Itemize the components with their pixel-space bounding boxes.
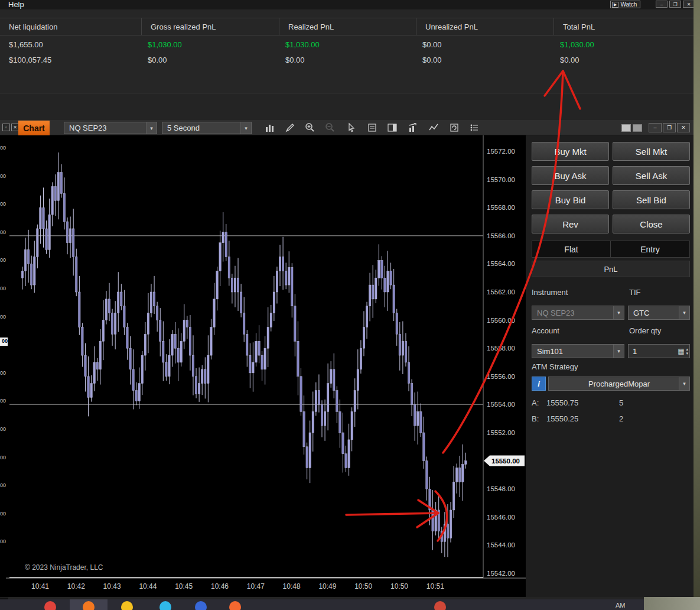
behind-window-icon[interactable]: ▫: [2, 124, 10, 131]
layout-toggle-icon[interactable]: [621, 124, 631, 132]
atm-strategy-value: ProchargedMopar: [588, 379, 650, 388]
interval-combo[interactable]: 5 Second ▾: [162, 122, 252, 134]
behind-chart-price-label: 00: [0, 482, 6, 488]
svg-text:15546.00: 15546.00: [487, 514, 515, 521]
behind-chart-price-label: 00: [0, 257, 6, 263]
behind-chart-price-label: 00: [0, 538, 6, 544]
atm-info-icon[interactable]: i: [532, 377, 546, 391]
column-header-gross-realized-pnl[interactable]: Gross realized PnL: [142, 18, 279, 35]
chevron-down-icon: ▾: [679, 377, 689, 390]
taskbar-icon-5[interactable]: [195, 601, 207, 610]
buy-mkt-button[interactable]: Buy Mkt: [532, 142, 609, 161]
behind-chart-last-price-tag: 00: [0, 338, 8, 346]
svg-text:15566.00: 15566.00: [487, 232, 515, 239]
taskbar-icon-1[interactable]: [44, 601, 56, 610]
pnl-display-bar[interactable]: PnL: [532, 261, 690, 277]
drawing-tools-icon[interactable]: [283, 122, 297, 134]
unrealized-pnl-value: $0.00: [422, 40, 442, 49]
sell-mkt-button[interactable]: Sell Mkt: [613, 142, 690, 161]
atm-strategy-combo[interactable]: ProchargedMopar ▾: [548, 377, 690, 391]
total-pnl-value: $1,030.00: [560, 40, 594, 49]
panel-instrument-combo[interactable]: NQ SEP23 ▾: [532, 306, 624, 320]
calculator-icon[interactable]: ▦: [678, 347, 684, 355]
svg-text:10:43: 10:43: [103, 582, 121, 590]
taskbar-icon-7[interactable]: [434, 601, 446, 610]
rev-button[interactable]: Rev: [532, 215, 609, 233]
cursor-icon[interactable]: [344, 122, 359, 134]
svg-text:15556.00: 15556.00: [487, 373, 515, 380]
flat-cell[interactable]: Flat: [532, 241, 611, 258]
menu-help[interactable]: Help: [8, 0, 24, 9]
instrument-combo[interactable]: NQ SEP23 ▾: [64, 122, 157, 134]
chart-title-bar: ▫ ✕ Chart NQ SEP23 ▾ 5 Second ▾: [0, 120, 694, 135]
app-close-button[interactable]: ✕: [683, 1, 695, 8]
taskbar-tray-text[interactable]: AM: [616, 602, 626, 609]
line-tools-icon[interactable]: [426, 122, 441, 134]
account-combo[interactable]: Sim101 ▾: [532, 344, 624, 358]
behind-chart-price-label: 00: [0, 314, 6, 320]
behind-chart-price-label: 00: [0, 173, 6, 179]
column-header-net-liquidation[interactable]: Net liquidation: [0, 18, 142, 35]
chevron-down-icon: ▾: [146, 122, 157, 134]
atm-strategy-label: ATM Strategy: [532, 362, 578, 371]
indicators-icon[interactable]: [406, 122, 420, 134]
zoom-out-icon[interactable]: [323, 122, 337, 134]
data-box-icon[interactable]: [365, 122, 379, 134]
column-header-total-pnl[interactable]: Total PnL: [554, 18, 694, 35]
svg-text:15544.00: 15544.00: [487, 541, 515, 549]
chart-minimize-button[interactable]: –: [649, 123, 662, 132]
sell-ask-button[interactable]: Sell Ask: [613, 166, 690, 185]
svg-text:10:51: 10:51: [426, 582, 444, 590]
row-a-label: A:: [532, 398, 539, 407]
entry-cell[interactable]: Entry: [610, 241, 690, 258]
chevron-down-icon: ▾: [240, 122, 251, 134]
svg-text:10:50: 10:50: [354, 582, 372, 590]
taskbar: AM: [0, 599, 644, 610]
svg-text:15558.00: 15558.00: [487, 345, 515, 352]
account-value: Sim101: [537, 347, 563, 356]
quantity-stepper[interactable]: 1 ▦ ▴ ▾: [628, 344, 690, 358]
svg-text:10:47: 10:47: [247, 582, 265, 590]
properties-icon[interactable]: [467, 122, 481, 134]
app-minimize-button[interactable]: –: [656, 1, 668, 8]
chart-tab[interactable]: Chart: [18, 121, 50, 135]
qty-up-icon[interactable]: ▴: [686, 347, 688, 351]
close-button[interactable]: Close: [613, 215, 690, 233]
sell-bid-button[interactable]: Sell Bid: [613, 190, 690, 209]
taskbar-icon-3[interactable]: [121, 601, 133, 610]
taskbar-icon-6[interactable]: [229, 601, 241, 610]
chart-close-button[interactable]: ✕: [677, 123, 690, 132]
instrument-label: Instrument: [532, 288, 568, 297]
chart-style-icon[interactable]: [263, 122, 277, 134]
svg-text:10:49: 10:49: [318, 582, 336, 590]
tif-value: GTC: [633, 309, 649, 317]
svg-text:15572.00: 15572.00: [487, 148, 515, 155]
svg-text:10:41: 10:41: [31, 582, 49, 590]
row-a-qty: 5: [619, 398, 623, 407]
gross-realized-pnl-value-2: $0.00: [148, 56, 167, 64]
column-header-unrealized-pnl[interactable]: Unrealized PnL: [416, 18, 554, 35]
total-pnl-value-2: $0.00: [560, 56, 579, 64]
behind-chart-price-label: 00: [0, 455, 6, 460]
svg-text:15554.00: 15554.00: [487, 401, 515, 408]
svg-text:15550.00: 15550.00: [491, 458, 520, 465]
layout-toggle-icon-2[interactable]: [633, 124, 642, 132]
app-maximize-button[interactable]: ❐: [669, 1, 681, 8]
taskbar-icon-2[interactable]: [83, 601, 95, 610]
qty-down-icon[interactable]: ▾: [686, 351, 688, 355]
buy-bid-button[interactable]: Buy Bid: [532, 190, 609, 209]
taskbar-icon-4[interactable]: [159, 601, 171, 610]
price-chart[interactable]: 15572.0015570.0015568.0015566.0015564.00…: [6, 135, 526, 597]
chart-maximize-button[interactable]: ❐: [663, 123, 676, 132]
instrument-combo-value: NQ SEP23: [69, 124, 107, 132]
tif-combo[interactable]: GTC ▾: [628, 306, 690, 320]
watch-button[interactable]: ▶ Watch: [610, 1, 640, 8]
svg-text:10:46: 10:46: [211, 582, 229, 590]
reload-icon[interactable]: [447, 122, 461, 134]
svg-text:15548.00: 15548.00: [487, 485, 515, 492]
buy-ask-button[interactable]: Buy Ask: [532, 166, 609, 185]
column-header-realized-pnl[interactable]: Realized PnL: [279, 18, 416, 35]
zoom-in-icon[interactable]: [303, 122, 317, 134]
chart-trader-icon[interactable]: [385, 122, 399, 134]
chevron-down-icon: ▾: [613, 345, 624, 358]
